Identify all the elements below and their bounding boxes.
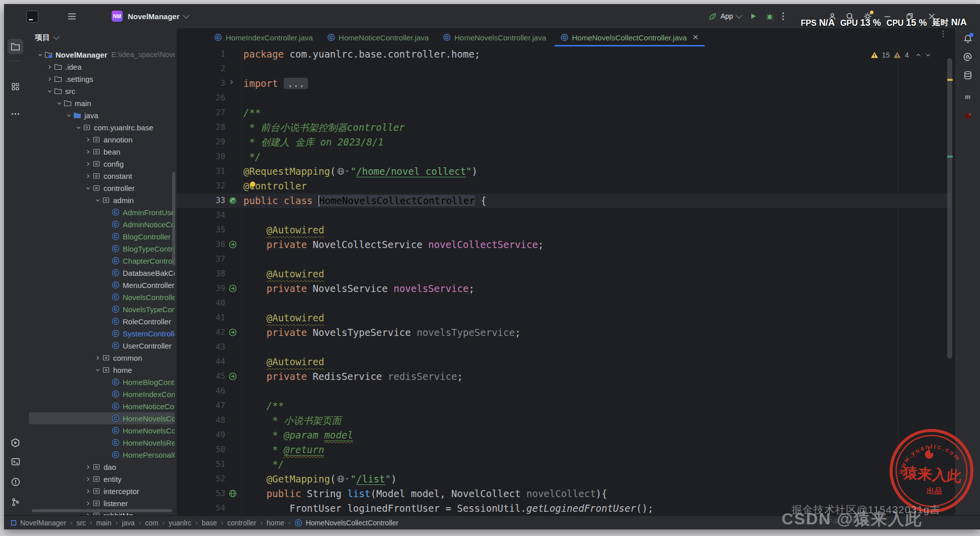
tree-horizontal-scrollbar[interactable]: [32, 509, 172, 512]
code-line-31[interactable]: 31@RequestMapping("/home/novel_collect"): [177, 164, 952, 179]
autowire-gutter-icon[interactable]: [228, 372, 237, 381]
code-line-38[interactable]: 38 @Autowired: [177, 267, 952, 281]
code-line-45[interactable]: 45 private RedisService redisService;: [177, 369, 952, 384]
chevron-collapsed-icon[interactable]: [46, 75, 54, 83]
code-line-50[interactable]: 50 * @return: [177, 443, 952, 457]
tree-item-AdminFrontUserController[interactable]: C AdminFrontUserController: [29, 206, 175, 218]
tree-item-DatabaseBakController[interactable]: C DatabaseBakController: [29, 267, 175, 279]
tree-item-bean[interactable]: bean: [29, 145, 175, 158]
tree-item-.settings[interactable]: .settings: [29, 73, 175, 85]
tree-item-controller[interactable]: controller: [29, 182, 175, 194]
breadcrumb-controller[interactable]: controller: [227, 519, 256, 527]
tree-item-SystemController[interactable]: C SystemController: [29, 327, 175, 339]
debug-button[interactable]: [765, 12, 774, 21]
tree-item-src[interactable]: src: [29, 85, 175, 97]
tree-item-BlogController[interactable]: C BlogController: [29, 230, 175, 242]
tab-HomeNoticeController.java[interactable]: C HomeNoticeController.java: [320, 28, 436, 46]
inspections-widget[interactable]: 15 4: [870, 50, 931, 61]
tree-item-UserController[interactable]: C UserController: [29, 339, 175, 352]
code-line-29[interactable]: 29 * 创建人 金库 on 2023/8/1: [177, 135, 952, 150]
tree-item-AdminNoticeController[interactable]: C AdminNoticeController: [29, 218, 175, 230]
tree-item-MenuController[interactable]: C MenuController: [29, 279, 175, 291]
chevron-expanded-icon[interactable]: [65, 112, 73, 119]
tree-item-listener[interactable]: listener: [29, 497, 175, 509]
project-panel-header[interactable]: 项目: [27, 28, 177, 46]
tree-item-HomeBlogController[interactable]: C HomeBlogController: [29, 376, 175, 388]
code-line-41[interactable]: 41 @Autowired: [177, 311, 952, 325]
mapping-gutter-icon[interactable]: [228, 489, 237, 498]
chevron-expanded-icon[interactable]: [84, 184, 92, 192]
version-control-tool-button[interactable]: [8, 495, 23, 510]
chevron-collapsed-icon[interactable]: [84, 148, 92, 156]
autowire-gutter-icon[interactable]: [228, 328, 237, 337]
code-line-49[interactable]: 49 * @param model: [177, 428, 952, 443]
tree-item-BlogTypeController[interactable]: C BlogTypeController: [29, 242, 175, 255]
tree-item-HomeIndexController[interactable]: C HomeIndexController: [29, 388, 175, 400]
tree-item-annotion[interactable]: annotion: [29, 133, 175, 145]
breadcrumb-base[interactable]: base: [201, 519, 217, 527]
intention-bulb-icon[interactable]: [249, 181, 256, 189]
project-selector[interactable]: NovelManager: [128, 4, 188, 28]
chevron-collapsed-icon[interactable]: [84, 500, 92, 507]
status-item[interactable]: 4个空格: [846, 518, 870, 527]
chevron-expanded-icon[interactable]: [56, 100, 63, 107]
autowire-gutter-icon[interactable]: [228, 240, 237, 249]
code-line-52[interactable]: 52 @GetMapping("/list"): [177, 472, 952, 486]
chevron-collapsed-icon[interactable]: [84, 475, 92, 483]
code-line-42[interactable]: 42 private NovelsTypeService novelsTypeS…: [177, 325, 952, 340]
tree-item-common[interactable]: common: [29, 352, 175, 364]
run-config-selector[interactable]: App: [708, 12, 741, 21]
database-icon[interactable]: [963, 70, 972, 80]
notifications-bell-icon[interactable]: [963, 34, 972, 43]
warning-stripe-mark[interactable]: [947, 79, 953, 81]
autowire-gutter-icon[interactable]: [228, 284, 237, 293]
code-line-48[interactable]: 48 * 小说书架页面: [177, 413, 952, 428]
tree-item-admin[interactable]: admin: [29, 194, 175, 206]
more-actions-kebab-icon[interactable]: [782, 12, 784, 20]
chevron-collapsed-icon[interactable]: [94, 354, 101, 362]
tree-item-constant[interactable]: constant: [29, 170, 175, 182]
tree-item-HomeNoticeController[interactable]: C HomeNoticeController: [29, 400, 175, 412]
code-line-2[interactable]: 2: [177, 62, 952, 76]
tree-item-.idea[interactable]: .idea: [29, 61, 175, 73]
prev-problem-chevron-icon[interactable]: [915, 52, 921, 58]
url-globe-icon[interactable]: [337, 167, 349, 175]
tree-item-java[interactable]: java: [29, 109, 175, 121]
code-line-35[interactable]: 35 @Autowired: [177, 223, 952, 237]
status-item[interactable]: LF: [803, 518, 811, 527]
breadcrumb-home[interactable]: home: [267, 519, 284, 527]
tree-item-interceptor[interactable]: interceptor: [29, 485, 175, 497]
services-tool-button[interactable]: [8, 435, 23, 450]
code-line-47[interactable]: 47 /**: [177, 399, 952, 413]
tree-item-entity[interactable]: entity: [29, 473, 175, 485]
code-line-46[interactable]: 46: [177, 384, 952, 399]
chevron-expanded-icon[interactable]: [36, 51, 44, 59]
chevron-collapsed-icon[interactable]: [84, 172, 92, 180]
settings-gear-icon[interactable]: [863, 12, 872, 21]
chevron-expanded-icon[interactable]: [94, 366, 101, 374]
breadcrumb-com[interactable]: com: [145, 519, 158, 527]
fold-arrow-icon[interactable]: [228, 79, 237, 88]
terminal-tool-button[interactable]: [8, 454, 23, 469]
maven-icon[interactable]: m: [963, 91, 972, 101]
code-line-53[interactable]: 53 public String list(Model model, Novel…: [177, 486, 952, 501]
tree-item-HomeNovelsCollectController[interactable]: C HomeNovelsCollectController: [29, 412, 175, 424]
tab-HomeNovelsCollectController.java[interactable]: C HomeNovelsCollectController.java ✕: [553, 28, 706, 46]
tree-item-NovelManager[interactable]: NovelManagerE:\idea_space\NovelManager: [29, 48, 175, 61]
code-line-33[interactable]: 33public class HomeNovelsCollectControll…: [177, 193, 952, 208]
code-with-me-user-icon[interactable]: [828, 12, 837, 21]
search-everywhere-icon[interactable]: [846, 12, 854, 21]
tree-item-HomeNovelsReadRecordControlle[interactable]: C HomeNovelsReadRecordControlle: [29, 436, 175, 449]
code-line-44[interactable]: 44 @Autowired: [177, 355, 952, 369]
chevron-collapsed-icon[interactable]: [46, 63, 54, 71]
code-line-32[interactable]: 32@Controller: [177, 179, 952, 193]
status-item[interactable]: UTF-8: [819, 518, 838, 527]
code-line-40[interactable]: 40: [177, 296, 952, 311]
more-tool-windows-button[interactable]: [8, 106, 23, 121]
next-problem-chevron-icon[interactable]: [925, 52, 931, 58]
intellij-logo-icon[interactable]: [26, 11, 38, 23]
code-line-30[interactable]: 30 */: [177, 150, 952, 164]
chevron-expanded-icon[interactable]: [46, 87, 54, 95]
restore-window-button[interactable]: [906, 13, 913, 20]
breadcrumb-main[interactable]: main: [96, 519, 111, 527]
